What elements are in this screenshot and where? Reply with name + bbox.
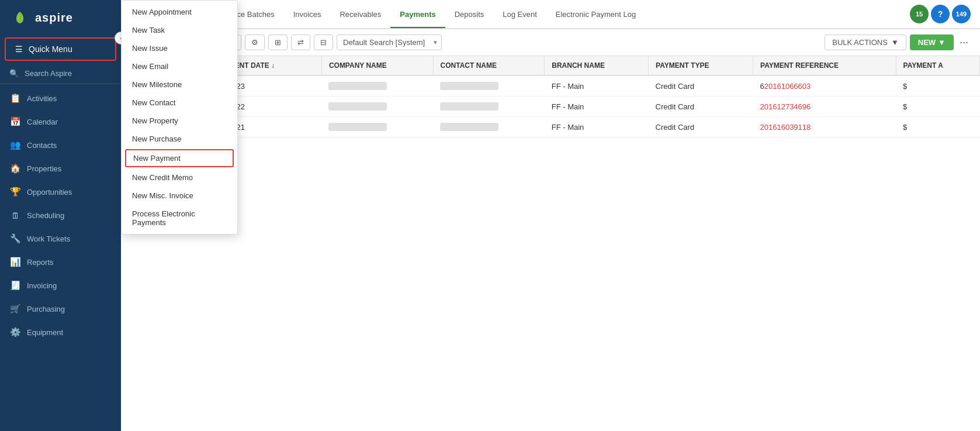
sidebar-item-activities[interactable]: 📋 Activities (0, 87, 121, 110)
cell-branch-name: FF - Main (545, 96, 649, 117)
sidebar-item-opportunities[interactable]: 🏆 Opportunities (0, 180, 121, 204)
purchasing-icon: 🛒 (9, 303, 21, 315)
properties-icon: 🏠 (9, 163, 21, 174)
cell-payment-reference: 20161​6039118 (753, 117, 896, 137)
menu-item-new-property[interactable]: New Property (122, 112, 237, 130)
opportunities-icon: 🏆 (9, 186, 21, 198)
toolbar: ⚙ ⊞ ⇄ ⊟ Default Search [System] ▼ BULK A… (121, 29, 980, 56)
payment-reference-link[interactable]: 201612734696 (760, 102, 811, 111)
column-header-payment_amount: PAYMENT A (896, 56, 979, 75)
cell-payment-type: Credit Card (649, 117, 753, 137)
more-options-button[interactable]: ··· (957, 34, 971, 51)
menu-item-new-contact[interactable]: New Contact (122, 94, 237, 112)
cell-payment-amount: $ (896, 117, 979, 137)
sidebar-item-contacts[interactable]: 👥 Contacts (0, 133, 121, 157)
tab-deposits[interactable]: Deposits (445, 2, 494, 28)
blurred-contact (440, 102, 498, 111)
tab-electronic-payment-log[interactable]: Electronic Payment Log (546, 2, 645, 28)
blurred-contact (440, 82, 498, 90)
cell-payment-reference: 620161066603 (753, 75, 896, 96)
cell-payment-amount: $ (896, 96, 979, 117)
table-row[interactable]: SUCCESS07/20/22 FF - MainCredit Card2016… (121, 96, 980, 117)
new-button[interactable]: NEW ▼ (910, 35, 954, 50)
filter-icon: ⚙ (251, 38, 258, 47)
menu-item-new-purchase[interactable]: New Purchase (122, 130, 237, 148)
cell-payment-type: Credit Card (649, 75, 753, 96)
search-icon: 🔍 (9, 69, 19, 78)
menu-item-new-issue[interactable]: New Issue (122, 39, 237, 57)
tab-log-event[interactable]: Log Event (493, 2, 546, 28)
sidebar-item-label-reports: Reports (27, 258, 54, 267)
invoicing-icon: 🧾 (9, 280, 21, 291)
sidebar-item-work-tickets[interactable]: 🔧 Work Tickets (0, 227, 121, 250)
badge-green: 15 (910, 5, 929, 23)
filter-button[interactable]: ⚙ (245, 35, 265, 50)
column-header-branch_name: BRANCH NAME (545, 56, 649, 75)
sidebar-item-label-activities: Activities (27, 94, 57, 103)
sidebar-item-label-equipment: Equipment (27, 328, 63, 337)
blurred-company (328, 102, 387, 111)
table-row[interactable]: SUCCESS04/30/23 FF - MainCredit Card6201… (121, 75, 980, 96)
menu-item-new-appointment[interactable]: New Appointment (122, 3, 237, 21)
menu-item-process-electronic-payments[interactable]: Process Electronic Payments (122, 205, 237, 232)
top-right-badges: 15 ? 149 (910, 5, 971, 23)
reports-icon: 📊 (9, 256, 21, 268)
split-button[interactable]: ⇄ (291, 35, 310, 50)
hierarchy-icon: ⊟ (320, 38, 327, 47)
sidebar-item-label-opportunities: Opportunities (27, 188, 72, 196)
sidebar-item-purchasing[interactable]: 🛒 Purchasing (0, 297, 121, 320)
sidebar-item-properties[interactable]: 🏠 Properties (0, 157, 121, 180)
hierarchy-button[interactable]: ⊟ (314, 35, 333, 50)
equipment-icon: ⚙️ (9, 326, 21, 338)
bulk-actions-button[interactable]: BULK ACTIONS ▼ (825, 35, 906, 50)
cell-branch-name: FF - Main (545, 75, 649, 96)
sidebar-item-label-invoicing: Invoicing (27, 281, 57, 290)
table-row[interactable]: SUCCESS07/20/21 FF - MainCredit Card2016… (121, 117, 980, 137)
columns-button[interactable]: ⊞ (268, 35, 288, 50)
menu-item-new-task[interactable]: New Task (122, 21, 237, 39)
sidebar-item-reports[interactable]: 📊 Reports (0, 250, 121, 274)
search-aspire-label: Search Aspire (25, 69, 72, 78)
blurred-company (328, 123, 387, 131)
tab-invoices[interactable]: Invoices (284, 2, 331, 28)
menu-item-new-misc-invoice[interactable]: New Misc. Invoice (122, 187, 237, 205)
search-aspire[interactable]: 🔍 Search Aspire (0, 63, 121, 84)
menu-item-new-email[interactable]: New Email (122, 57, 237, 75)
sidebar-item-invoicing[interactable]: 🧾 Invoicing (0, 274, 121, 297)
sidebar-item-label-purchasing: Purchasing (27, 305, 65, 313)
tab-payments[interactable]: Payments (390, 2, 445, 28)
top-tabs: Invoicing AssistantInvoice BatchesInvoic… (121, 0, 980, 29)
menu-item-new-credit-memo[interactable]: New Credit Memo (122, 168, 237, 187)
sidebar-item-label-work-tickets: Work Tickets (27, 235, 70, 243)
sidebar-item-equipment[interactable]: ⚙️ Equipment (0, 320, 121, 344)
payment-reference-link[interactable]: 20161066603 (764, 82, 811, 91)
aspire-logo-icon (9, 7, 30, 28)
column-header-company_name: COMPANY NAME (321, 56, 433, 75)
search-dropdown[interactable]: Default Search [System] (337, 35, 442, 50)
scheduling-icon: 🗓 (9, 209, 21, 221)
cell-payment-reference: 201612734696 (753, 96, 896, 117)
cell-company-name (321, 96, 433, 117)
tab-receivables[interactable]: Receivables (330, 2, 390, 28)
activities-icon: 📋 (9, 92, 21, 104)
menu-item-new-milestone[interactable]: New Milestone (122, 75, 237, 94)
column-header-payment_reference: PAYMENT REFERENCE (753, 56, 896, 75)
menu-item-new-payment[interactable]: New Payment (125, 149, 234, 167)
column-header-contact_name: CONTACT NAME (433, 56, 545, 75)
sidebar-item-calendar[interactable]: 📅 Calendar (0, 110, 121, 133)
calendar-icon: 📅 (9, 116, 21, 127)
blurred-contact (440, 123, 498, 131)
payments-table-container: T STATUSPAYMENT DATE ↓COMPANY NAMECONTAC… (121, 56, 980, 431)
column-header-payment_type: PAYMENT TYPE (649, 56, 753, 75)
sidebar-item-scheduling[interactable]: 🗓 Scheduling (0, 204, 121, 227)
badge-blue: 149 (952, 5, 971, 23)
cell-payment-type: Credit Card (649, 96, 753, 117)
help-button[interactable]: ? (931, 5, 950, 23)
sidebar-item-label-scheduling: Scheduling (27, 211, 64, 220)
sidebar-nav: 📋 Activities 📅 Calendar 👥 Contacts 🏠 Pro… (0, 87, 121, 344)
quick-menu-button[interactable]: ☰ Quick Menu (5, 37, 116, 61)
cell-payment-amount: $ (896, 75, 979, 96)
cell-contact-name (433, 117, 545, 137)
payment-reference-link[interactable]: 20161​6039118 (760, 123, 811, 132)
split-icon: ⇄ (297, 38, 304, 47)
